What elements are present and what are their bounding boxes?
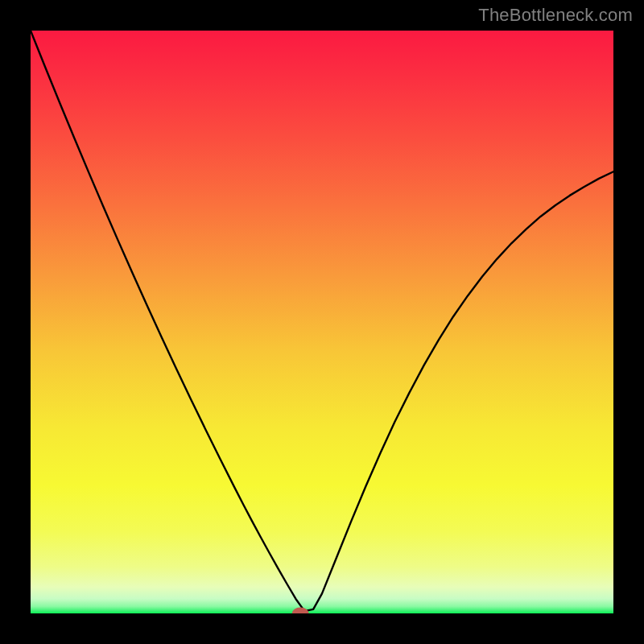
chart-plot-area (31, 31, 613, 613)
chart-svg (31, 31, 613, 613)
chart-frame: TheBottleneck.com (0, 0, 644, 644)
watermark-text: TheBottleneck.com (478, 5, 633, 26)
gradient-background (31, 31, 613, 613)
